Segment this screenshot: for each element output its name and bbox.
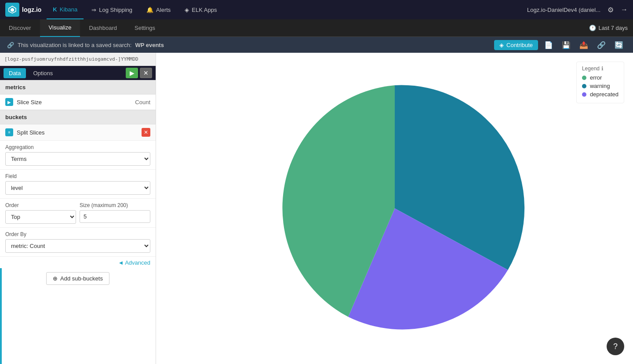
elk-apps-icon: ◈: [185, 7, 189, 13]
advanced-link[interactable]: ◄ Advanced: [0, 257, 156, 269]
logo-text: logz.io: [22, 6, 41, 13]
size-input[interactable]: [80, 210, 150, 223]
aggregation-group: Aggregation Terms Filters Range Date Ran…: [0, 141, 156, 170]
run-button[interactable]: ▶: [126, 68, 138, 78]
nav-log-shipping[interactable]: ⇒ Log Shipping: [85, 0, 138, 19]
top-nav: logz.io K Kibana ⇒ Log Shipping 🔔 Alerts…: [0, 0, 633, 19]
nav-settings[interactable]: Settings: [126, 19, 164, 37]
order-by-group: Order By metric: Count: [0, 228, 156, 257]
share-icon[interactable]: 📤: [577, 40, 591, 50]
order-select[interactable]: Top Bottom: [5, 210, 76, 224]
logo-area: logz.io: [5, 3, 41, 17]
tab-options[interactable]: Options: [28, 68, 58, 78]
legend-item-warning: warning: [582, 83, 618, 89]
banner: 🔗 This visualization is linked to a save…: [0, 37, 633, 53]
tab-data[interactable]: Data: [4, 68, 26, 78]
breadcrumb: [logz-pusfjuomruyfnhdfzitthhjuiogamcvd-]…: [0, 53, 156, 66]
chart-area: Legend ℹ error warning deprecated: [156, 53, 633, 364]
order-col: Order Top Bottom: [5, 202, 76, 224]
error-dot: [582, 76, 586, 80]
new-doc-icon[interactable]: 📄: [542, 40, 556, 50]
nav-dashboard[interactable]: Dashboard: [80, 19, 126, 37]
banner-right: ◈ Contribute 📄 💾 📤 🔗 🔄: [494, 40, 626, 50]
contribute-button[interactable]: ◈ Contribute: [494, 40, 538, 50]
add-icon: ⊕: [53, 275, 58, 282]
alerts-icon: 🔔: [146, 7, 153, 13]
pie-chart-container: [165, 62, 624, 355]
sidebar: [logz-pusfjuomruyfnhdfzitthhjuiogamcvd-]…: [0, 53, 156, 364]
help-button[interactable]: ?: [607, 338, 624, 355]
nav-elk-apps[interactable]: ◈ ELK Apps: [178, 0, 223, 19]
nav-visualize[interactable]: Visualize: [40, 19, 80, 37]
aggregation-label: Aggregation: [5, 144, 150, 150]
save-icon[interactable]: 💾: [559, 40, 573, 50]
aggregation-select[interactable]: Terms Filters Range Date Range: [5, 152, 150, 166]
buckets-section-header: buckets: [0, 110, 156, 124]
nav-right: Logz.io-DanielDev4 (daniel... ⚙ →: [527, 6, 628, 14]
link-chain-icon: 🔗: [7, 42, 14, 48]
user-info: Logz.io-DanielDev4 (daniel...: [527, 7, 600, 13]
metrics-section-header: metrics: [0, 80, 156, 95]
main-layout: [logz-pusfjuomruyfnhdfzitthhjuiogamcvd-]…: [0, 53, 633, 364]
kibana-icon: K: [53, 6, 57, 13]
order-size-row: Order Top Bottom Size (maximum 200): [0, 199, 156, 228]
add-subbuckets-button[interactable]: ⊕ Add sub-buckets: [46, 272, 109, 285]
tab-bar: Data Options ▶ ✕: [0, 66, 156, 80]
split-slices-icon: ≡: [5, 128, 13, 136]
nav-kibana[interactable]: K Kibana: [47, 0, 84, 19]
close-button[interactable]: ✕: [140, 68, 152, 78]
split-slices-row: ≡ Split Slices ✕: [0, 124, 156, 141]
field-group: Field level message timestamp: [0, 170, 156, 199]
banner-left: 🔗 This visualization is linked to a save…: [7, 42, 164, 48]
tab-actions: ▶ ✕: [126, 68, 152, 78]
logout-icon[interactable]: →: [621, 6, 628, 14]
order-by-select[interactable]: metric: Count: [5, 239, 150, 253]
time-range-button[interactable]: 🕐 Last 7 days: [589, 25, 628, 31]
contribute-icon: ◈: [499, 42, 504, 48]
size-col: Size (maximum 200): [80, 202, 150, 224]
add-subbuckets-area: ⊕ Add sub-buckets: [0, 269, 156, 288]
delete-bucket-button[interactable]: ✕: [142, 128, 150, 137]
left-accent-bar: [0, 268, 2, 364]
slice-size-icon: ▶: [5, 98, 13, 106]
split-slices-label: Split Slices: [17, 129, 142, 136]
legend: Legend ℹ error warning deprecated: [576, 62, 624, 103]
second-nav-right: 🕐 Last 7 days: [589, 25, 633, 31]
logo-icon: [5, 3, 19, 17]
nav-discover[interactable]: Discover: [0, 19, 40, 37]
order-by-label: Order By: [5, 231, 150, 237]
settings-icon[interactable]: ⚙: [608, 6, 614, 14]
legend-item-deprecated: deprecated: [582, 91, 618, 98]
nav-alerts[interactable]: 🔔 Alerts: [140, 0, 177, 19]
deprecated-dot: [582, 92, 586, 97]
size-label: Size (maximum 200): [80, 202, 150, 208]
warning-dot: [582, 84, 586, 88]
field-label: Field: [5, 173, 150, 179]
legend-title: Legend ℹ: [582, 66, 618, 72]
slice-size-row: ▶ Slice Size Count: [0, 95, 156, 110]
legend-info-icon: ℹ: [601, 66, 604, 72]
second-nav: Discover Visualize Dashboard Settings 🕐 …: [0, 19, 633, 37]
svg-marker-1: [11, 8, 14, 12]
open-link-icon[interactable]: 🔗: [594, 40, 608, 50]
clock-icon: 🕐: [589, 25, 596, 31]
field-select[interactable]: level message timestamp: [5, 181, 150, 195]
count-label: Count: [135, 99, 150, 106]
order-label: Order: [5, 202, 76, 208]
slice-size-label: Slice Size: [17, 99, 135, 106]
pie-chart: [258, 72, 531, 345]
log-shipping-icon: ⇒: [91, 7, 96, 13]
refresh-icon[interactable]: 🔄: [612, 40, 626, 50]
legend-item-error: error: [582, 74, 618, 81]
